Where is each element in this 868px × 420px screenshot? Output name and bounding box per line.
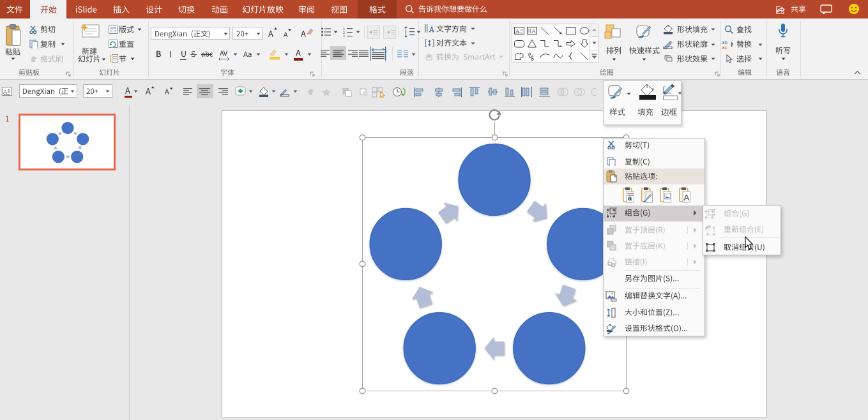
svg-text:3: 3 (343, 34, 345, 38)
svg-text:ac: ac (722, 45, 727, 49)
svg-text:A: A (684, 193, 690, 202)
svg-text:A: A (531, 27, 535, 34)
